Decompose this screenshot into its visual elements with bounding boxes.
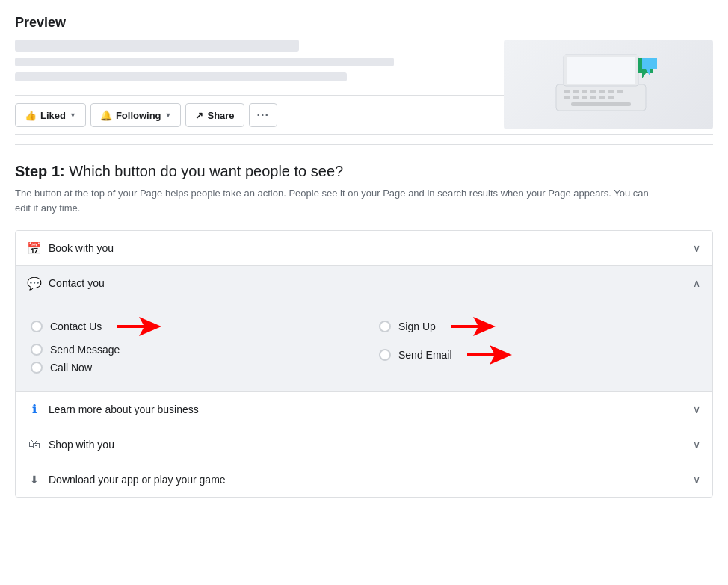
shop-with-you-left: 🛍 Shop with you: [28, 438, 114, 451]
blurred-line-2: [15, 58, 394, 66]
svg-rect-3: [582, 90, 587, 93]
svg-marker-21: [467, 345, 512, 365]
send-email-arrow-container: [460, 344, 512, 366]
action-buttons-left: 👍 Liked ▼ 🔔 Following ▼ ↗ Share ···: [15, 103, 277, 127]
svg-rect-2: [573, 90, 579, 93]
info-icon: ℹ: [28, 403, 41, 416]
contact-you-label: Contact you: [49, 277, 105, 289]
book-with-you-row[interactable]: 📅 Book with you ∨: [16, 231, 712, 266]
download-app-row[interactable]: ⬇ Download your app or play your game ∨: [16, 462, 712, 497]
svg-rect-4: [590, 90, 596, 93]
svg-marker-20: [451, 317, 496, 336]
download-icon: ⬇: [28, 473, 41, 486]
contact-us-arrow-container: [109, 315, 161, 338]
share-icon: ↗: [195, 110, 203, 121]
contact-options-col-left: Contact Us Send Message Call Now: [31, 312, 349, 377]
send-message-option[interactable]: Send Message: [31, 341, 349, 359]
step-section: Step 1: Which button do you want people …: [15, 163, 713, 215]
shop-with-you-label: Shop with you: [49, 439, 114, 451]
preview-header: 👍 Liked ▼ 🔔 Following ▼ ↗ Share ··· Send…: [15, 40, 713, 145]
send-message-label: Send Message: [50, 344, 120, 356]
send-email-option[interactable]: Send Email: [379, 341, 697, 369]
preview-section: Preview: [15, 15, 713, 145]
svg-rect-6: [608, 90, 614, 93]
learn-more-row[interactable]: ℹ Learn more about your business ∨: [16, 392, 712, 427]
contact-you-left: 💬 Contact you: [28, 276, 105, 290]
liked-button[interactable]: 👍 Liked ▼: [15, 103, 86, 127]
send-email-radio[interactable]: [379, 349, 391, 361]
sign-up-arrow-container: [443, 315, 496, 338]
svg-rect-7: [617, 90, 623, 93]
svg-rect-11: [590, 96, 596, 99]
call-now-option[interactable]: Call Now: [31, 359, 349, 377]
shop-icon: 🛍: [28, 438, 41, 451]
sign-up-option[interactable]: Sign Up: [379, 312, 697, 341]
share-label: Share: [207, 110, 234, 121]
learn-more-left: ℹ Learn more about your business: [28, 403, 199, 416]
contact-you-section: 💬 Contact you ∧ Contact Us: [16, 266, 712, 392]
options-container: 📅 Book with you ∨ 💬 Contact you ∧ Contac…: [15, 230, 713, 498]
contact-icon: 💬: [28, 276, 41, 290]
contact-chevron-icon: ∧: [693, 277, 700, 289]
shop-chevron-icon: ∨: [693, 439, 700, 451]
more-button[interactable]: ···: [249, 103, 277, 127]
step-question: Which button do you want people to see?: [65, 163, 343, 179]
following-button[interactable]: 🔔 Following ▼: [90, 103, 182, 127]
svg-rect-14: [571, 102, 631, 106]
following-icon: 🔔: [100, 110, 112, 121]
download-app-left: ⬇ Download your app or play your game: [28, 473, 226, 486]
learn-more-label: Learn more about your business: [49, 403, 199, 415]
step-description: The button at the top of your Page helps…: [15, 186, 658, 215]
following-chevron: ▼: [165, 111, 172, 119]
svg-rect-9: [573, 96, 579, 99]
step-title: Step 1: Which button do you want people …: [15, 163, 713, 180]
blurred-line-1: [15, 40, 299, 52]
liked-label: Liked: [40, 110, 66, 121]
sign-up-radio[interactable]: [379, 321, 391, 332]
contact-options-grid: Contact Us Send Message Call Now: [16, 300, 712, 391]
contact-us-arrow: [109, 315, 161, 338]
call-now-label: Call Now: [50, 362, 92, 374]
shop-with-you-row[interactable]: 🛍 Shop with you ∨: [16, 427, 712, 462]
share-button[interactable]: ↗ Share: [185, 103, 244, 127]
following-label: Following: [116, 110, 161, 121]
contact-us-label: Contact Us: [50, 321, 102, 332]
send-email-arrow: [460, 344, 512, 366]
svg-rect-13: [608, 96, 614, 99]
send-message-radio[interactable]: [31, 344, 43, 356]
svg-marker-19: [117, 317, 161, 336]
svg-rect-8: [564, 96, 570, 99]
download-app-label: Download your app or play your game: [49, 474, 226, 486]
laptop-illustration: [534, 47, 683, 122]
svg-rect-16: [567, 57, 635, 84]
download-chevron-icon: ∨: [693, 474, 700, 486]
book-chevron-icon: ∨: [693, 242, 700, 254]
preview-image: [504, 40, 713, 129]
preview-title: Preview: [15, 15, 713, 31]
learn-more-chevron-icon: ∨: [693, 403, 700, 415]
book-with-you-label: Book with you: [49, 242, 114, 254]
more-icon: ···: [257, 108, 269, 121]
blurred-line-3: [15, 72, 347, 81]
book-with-you-left: 📅 Book with you: [28, 241, 114, 255]
contact-us-radio[interactable]: [31, 321, 43, 332]
book-icon: 📅: [28, 241, 41, 255]
liked-chevron: ▼: [70, 111, 76, 119]
svg-rect-12: [599, 96, 605, 99]
contact-options-col-right: Sign Up Send Email: [379, 312, 697, 377]
svg-rect-10: [582, 96, 587, 99]
contact-you-header[interactable]: 💬 Contact you ∧: [16, 266, 712, 300]
sign-up-arrow: [443, 315, 496, 338]
svg-rect-1: [564, 90, 570, 93]
contact-us-option[interactable]: Contact Us: [31, 312, 349, 341]
step-prefix: Step 1:: [15, 163, 65, 179]
send-email-label: Send Email: [398, 349, 452, 361]
sign-up-label: Sign Up: [398, 321, 436, 332]
like-icon: 👍: [25, 110, 37, 121]
call-now-radio[interactable]: [31, 362, 43, 374]
svg-rect-5: [599, 90, 605, 93]
